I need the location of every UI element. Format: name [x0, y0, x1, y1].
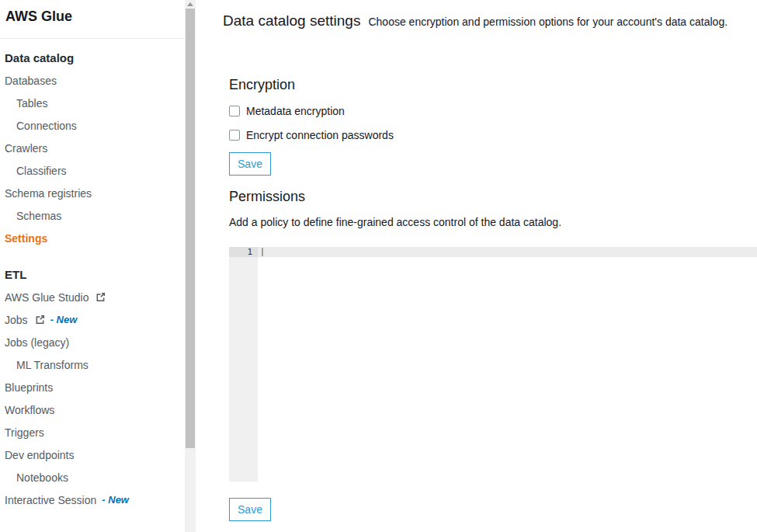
sidebar-item-databases[interactable]: Databases — [0, 69, 185, 92]
save-encryption-button[interactable]: Save — [229, 152, 271, 176]
metadata-encryption-checkbox[interactable] — [229, 106, 240, 116]
sidebar-item-triggers[interactable]: Triggers — [0, 421, 185, 443]
new-badge: - New — [50, 314, 78, 325]
sidebar-item-label: ML Transforms — [16, 359, 89, 371]
sidebar-item-label: Data catalog — [5, 51, 74, 64]
save-permissions-button[interactable]: Save — [229, 498, 271, 521]
sidebar-item-label: Interactive Session — [5, 494, 96, 506]
sidebar-item-notebooks[interactable]: Notebooks — [0, 466, 185, 489]
sidebar-item-label: Schema registries — [5, 187, 92, 200]
sidebar-item-tables[interactable]: Tables — [0, 92, 185, 114]
sidebar-item-jobs[interactable]: Jobs- New — [0, 308, 185, 331]
sidebar-item-blueprints[interactable]: Blueprints — [0, 376, 185, 398]
encryption-heading: Encryption — [229, 77, 295, 93]
sidebar-item-label: Notebooks — [16, 471, 68, 484]
external-link-icon — [95, 292, 106, 302]
policy-editor: 1 — [229, 247, 757, 482]
scrollbar-up-arrow-icon[interactable] — [187, 2, 193, 6]
sidebar-item-schemas[interactable]: Schemas — [0, 204, 185, 227]
sidebar-nav: Data catalogDatabasesTablesConnectionsCr… — [0, 39, 185, 511]
checkbox-label: Encrypt connection passwords — [246, 129, 394, 141]
sidebar-scrollbar[interactable] — [185, 0, 196, 532]
sidebar-item-label: Databases — [5, 75, 57, 87]
sidebar-item-connections[interactable]: Connections — [0, 114, 185, 137]
sidebar-item-schema-registries[interactable]: Schema registries — [0, 182, 185, 204]
aws-glue-settings-page: AWS Glue Data catalogDatabasesTablesConn… — [0, 0, 757, 532]
encrypt-passwords-checkbox[interactable] — [229, 130, 240, 141]
app-title: AWS Glue — [0, 0, 185, 39]
editor-line-number: 1 — [229, 247, 258, 257]
sidebar-item-label: Jobs — [5, 314, 28, 326]
sidebar-item-label: Tables — [16, 97, 47, 110]
sidebar-item-classifiers[interactable]: Classifiers — [0, 159, 185, 182]
external-link-icon — [35, 315, 45, 325]
page-header: Data catalog settings Choose encryption … — [223, 12, 727, 30]
sidebar-item-label: Workflows — [5, 404, 54, 416]
encrypt-passwords-option: Encrypt connection passwords — [229, 129, 394, 141]
scrollbar-thumb[interactable] — [186, 9, 195, 448]
sidebar-item-label: Connections — [16, 120, 77, 132]
permissions-description: Add a policy to define fine-grained acce… — [229, 216, 561, 228]
sidebar-item-label: AWS Glue Studio — [5, 291, 89, 304]
sidebar-item-label: Crawlers — [5, 142, 47, 155]
sidebar-item-label: Jobs (legacy) — [5, 336, 69, 349]
sidebar-item-crawlers[interactable]: Crawlers — [0, 137, 185, 159]
sidebar-item-interactive-session[interactable]: Interactive Session- New — [0, 489, 185, 511]
new-badge: - New — [102, 494, 129, 506]
sidebar-section-data-catalog: Data catalog — [0, 47, 185, 69]
sidebar-section-etl: ETL — [0, 263, 185, 286]
sidebar-item-label: Classifiers — [16, 165, 67, 177]
sidebar-item-label: Dev endpoints — [5, 449, 75, 461]
sidebar-item-jobs-legacy[interactable]: Jobs (legacy) — [0, 331, 185, 353]
sidebar-item-aws-glue-studio[interactable]: AWS Glue Studio — [0, 286, 185, 308]
sidebar-item-label: Blueprints — [5, 381, 53, 394]
sidebar-item-label: Settings — [5, 232, 47, 245]
sidebar-item-label: Schemas — [16, 210, 61, 222]
sidebar-item-ml-transforms[interactable]: ML Transforms — [0, 353, 185, 376]
editor-gutter — [229, 247, 258, 482]
sidebar: AWS Glue Data catalogDatabasesTablesConn… — [0, 0, 185, 532]
editor-input-area[interactable] — [258, 247, 757, 482]
permissions-heading: Permissions — [229, 189, 305, 205]
sidebar-item-settings[interactable]: Settings — [0, 227, 185, 249]
sidebar-item-workflows[interactable]: Workflows — [0, 398, 185, 421]
page-description: Choose encryption and permission options… — [368, 16, 727, 28]
metadata-encryption-option: Metadata encryption — [229, 105, 345, 117]
sidebar-item-label: ETL — [5, 268, 26, 281]
checkbox-label: Metadata encryption — [246, 105, 345, 117]
sidebar-item-label: Triggers — [5, 426, 44, 439]
main-content: Data catalog settings Choose encryption … — [198, 0, 757, 532]
page-title: Data catalog settings — [223, 12, 360, 30]
sidebar-item-dev-endpoints[interactable]: Dev endpoints — [0, 443, 185, 466]
